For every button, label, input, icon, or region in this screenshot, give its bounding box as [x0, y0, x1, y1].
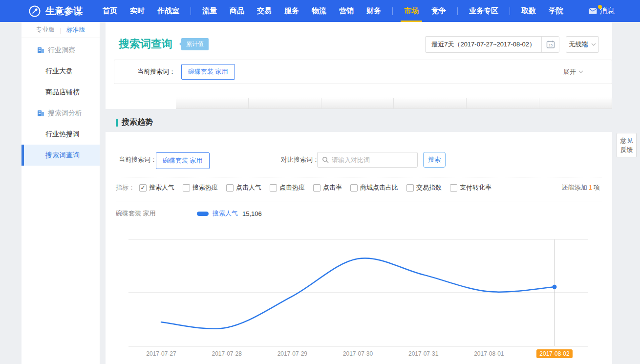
metric-checkbox-5[interactable]: 点击率 [313, 183, 342, 192]
tab-strip [106, 98, 612, 109]
sidebar: 专业版 | 标准版 行业洞察行业大盘商品店铺榜搜索词分析行业热搜词搜索词查询 [21, 22, 100, 364]
current-word-chip[interactable]: 碗碟套装 家用 [181, 64, 235, 80]
nav-item[interactable]: 流量 [196, 0, 223, 22]
date-range-text: 最近7天（2017-07-27~2017-08-02） [426, 40, 541, 49]
trend-line-chart: 2017-07-272017-07-282017-07-292017-07-30… [128, 235, 588, 363]
search-icon [322, 156, 329, 163]
metric-label: 交易指数 [416, 183, 442, 192]
nav-item[interactable]: 营销 [333, 0, 360, 22]
tab-cell[interactable] [249, 98, 321, 109]
nav-item[interactable]: 交易 [251, 0, 278, 22]
nav-item[interactable]: 学院 [542, 0, 570, 22]
metric-checkbox-1[interactable]: ✓搜索人气 [139, 183, 174, 192]
x-axis-label: 2017-07-28 [195, 350, 258, 357]
x-axis-labels: 2017-07-272017-07-282017-07-292017-07-30… [128, 350, 588, 361]
nav-item[interactable]: 作战室 [151, 0, 186, 22]
metric-label: 点击人气 [236, 183, 261, 192]
section-accent-bar [116, 119, 118, 127]
legend-word: 碗碟套装 家用 [116, 209, 197, 218]
current-word-label: 当前搜索词： [137, 67, 175, 76]
nav-item[interactable]: 首页 [96, 0, 124, 22]
nav-divider [457, 7, 458, 15]
tab-cell[interactable] [321, 98, 394, 109]
nav-item[interactable]: 商品 [223, 0, 251, 22]
metric-checkbox-3[interactable]: 点击人气 [226, 183, 261, 192]
x-axis-label: 2017-07-29 [260, 350, 324, 357]
sidebar-item[interactable]: 行业大盘 [21, 61, 100, 82]
tab-cell[interactable] [539, 98, 612, 109]
compare-input-wrap [317, 152, 418, 168]
trend-current-word-chip[interactable]: 碗碟套装 家用 [156, 152, 210, 169]
x-axis-label: 2017-08-01 [457, 350, 521, 357]
query-header-card: 搜索词查询 累计值 最近7天（2017-07-27~2017-08-02） 15… [106, 22, 612, 98]
series-color-pill [197, 212, 209, 216]
sidebar-item-label: 行业热搜词 [45, 130, 80, 139]
nav-item[interactable]: 财务 [360, 0, 387, 22]
checkbox-checked-icon[interactable]: ✓ [139, 184, 147, 192]
envelope-icon [589, 8, 597, 14]
metric-checkbox-4[interactable]: 点击热度 [270, 183, 305, 192]
nav-divider [510, 7, 510, 15]
date-range-picker[interactable]: 最近7天（2017-07-27~2017-08-02） 15 [425, 36, 559, 53]
metric-label: 点击热度 [279, 183, 305, 192]
nav-item[interactable]: 竞争 [425, 0, 452, 22]
metric-label: 支付转化率 [460, 183, 491, 192]
checkbox-icon[interactable] [350, 184, 358, 192]
search-button[interactable]: 搜索 [423, 152, 446, 168]
version-pro-link[interactable]: 专业版 [36, 25, 55, 34]
metrics-label: 指标： [116, 183, 135, 192]
chevron-down-icon [591, 43, 596, 46]
page-title: 搜索词查询 [119, 37, 172, 51]
expand-link[interactable]: 展开 [563, 67, 583, 76]
sidebar-item-label: 搜索词分析 [48, 109, 82, 118]
feedback-button[interactable]: 意见 反馈 [617, 133, 637, 157]
sidebar-section: 行业洞察 [21, 40, 100, 61]
trend-current-word-label: 当前搜索词： [119, 151, 157, 168]
nav-item[interactable]: 取数 [515, 0, 542, 22]
checkbox-icon[interactable] [183, 184, 190, 192]
brand[interactable]: 生意参谋 [28, 5, 83, 18]
tab-cell[interactable] [106, 98, 176, 109]
current-word-panel: 当前搜索词： 碗碟套装 家用 展开 [114, 60, 612, 84]
checkbox-icon[interactable] [313, 184, 320, 192]
compare-word-input[interactable] [332, 156, 409, 164]
trend-section-head: 搜索趋势 [106, 117, 153, 128]
marked-data-point [553, 285, 557, 289]
checkbox-icon[interactable] [450, 184, 457, 192]
metric-checkbox-8[interactable]: 支付转化率 [450, 183, 491, 192]
brand-name: 生意参谋 [45, 5, 83, 18]
x-axis-label: 2017-07-30 [326, 350, 390, 357]
dotted-divider [116, 177, 602, 177]
checkbox-icon[interactable] [226, 184, 234, 192]
nav-item[interactable]: 实时 [124, 0, 151, 22]
sidebar-item[interactable]: 商品店铺榜 [21, 82, 100, 103]
metrics-row: 指标： ✓搜索人气搜索热度点击人气点击热度点击率商城点击占比交易指数支付转化率还… [116, 182, 600, 193]
nav-item[interactable]: 市场 [398, 0, 425, 22]
divider [116, 201, 602, 201]
cumulative-badge: 累计值 [181, 38, 209, 50]
version-standard-link[interactable]: 标准版 [66, 25, 85, 34]
messages-button[interactable]: 消息 [589, 6, 615, 16]
version-switch: 专业版 | 标准版 [21, 22, 100, 38]
legend-series-name: 搜索人气 [213, 209, 238, 218]
sidebar-section: 搜索词分析 [21, 103, 100, 124]
checkbox-icon[interactable] [270, 184, 277, 192]
checkbox-icon[interactable] [406, 184, 414, 192]
sidebar-item[interactable]: 搜索词查询 [21, 145, 100, 166]
nav-item[interactable]: 物流 [305, 0, 333, 22]
nav-item[interactable]: 服务 [278, 0, 305, 22]
metric-label: 点击率 [323, 183, 342, 192]
sidebar-item-label: 行业洞察 [48, 46, 75, 55]
metric-checkbox-2[interactable]: 搜索热度 [183, 183, 218, 192]
metric-checkbox-6[interactable]: 商城点击占比 [350, 183, 398, 192]
tab-cell[interactable] [467, 98, 539, 109]
tab-cell[interactable] [176, 98, 249, 109]
metric-checkbox-7[interactable]: 交易指数 [406, 183, 442, 192]
calendar-icon[interactable]: 15 [541, 37, 559, 52]
sidebar-item[interactable]: 行业热搜词 [21, 124, 100, 145]
line-chart-canvas [128, 235, 588, 347]
search-trend-card: 当前搜索词： 碗碟套装 家用 对比搜索词： 搜索 指标： ✓搜索人气搜索热度点击… [106, 132, 612, 364]
tab-cell[interactable] [394, 98, 467, 109]
device-select[interactable]: 无线端 [566, 36, 599, 53]
nav-item[interactable]: 业务专区 [463, 0, 505, 22]
